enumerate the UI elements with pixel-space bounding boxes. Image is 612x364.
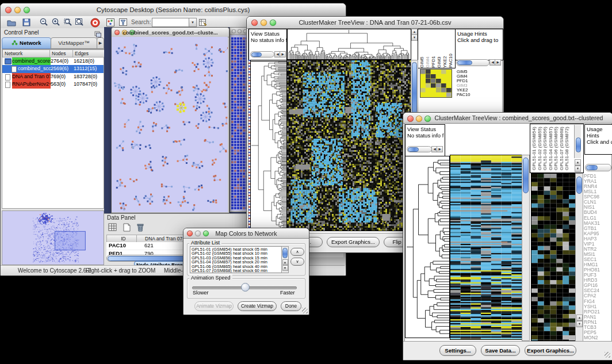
network-name: RNAPuberNov2+ xyxy=(12,81,51,88)
detail-hscrollbar[interactable] xyxy=(456,59,489,66)
animate-vizmap-button[interactable]: Animate Vizmap xyxy=(194,301,234,311)
row-dendrogram-canvas[interactable] xyxy=(405,156,450,338)
speed-slider-thumb[interactable] xyxy=(241,283,250,292)
network-list-row[interactable]: RNAPuberNov2+ 563(0) 107847(0) xyxy=(2,81,104,88)
network-list-row[interactable]: DNA and Tran 07 769(0) 183728(0) xyxy=(2,73,104,81)
zoom-out-icon[interactable] xyxy=(39,17,49,28)
scroll-up-arrow[interactable]: ▲ xyxy=(575,159,581,166)
scroll-right-arrow[interactable]: ▶ xyxy=(495,59,501,66)
annotation-icon[interactable] xyxy=(105,17,116,28)
treeview2-title: ClusterMaker TreeView : combined_scores_… xyxy=(425,114,612,121)
scroll-up-arrow[interactable]: ▲ xyxy=(282,259,288,265)
minimize-button[interactable] xyxy=(416,116,422,122)
save-data-button[interactable]: Save Data... xyxy=(481,345,520,356)
network-frame-1[interactable]: combined_scores_good.txt--cluste... xyxy=(111,27,230,213)
network-list-row[interactable]: combined_sco 2569(6) 13112(15) xyxy=(2,65,104,72)
close-button[interactable] xyxy=(232,29,236,33)
delete-attribute-icon[interactable] xyxy=(135,222,146,232)
column-label: GPL51-04 (GSM857) xyxy=(548,125,553,170)
export-graphics-button[interactable]: Export Graphics... xyxy=(327,237,380,247)
data-column-id[interactable]: ID xyxy=(106,235,139,243)
scrollbar-thumb[interactable] xyxy=(408,147,419,152)
view-status-hscrollbar[interactable] xyxy=(407,146,432,152)
scroll-down-arrow[interactable]: ▼ xyxy=(575,166,581,172)
minimize-button[interactable] xyxy=(238,29,242,33)
more-tabs-button[interactable]: ▶ xyxy=(97,37,104,49)
scroll-down-arrow[interactable]: ▼ xyxy=(411,35,418,41)
view-status-title: View Status xyxy=(251,30,287,37)
scroll-down-arrow[interactable]: ▼ xyxy=(282,265,288,271)
attribute-list[interactable]: GPL51-01 (GSM854) heat shock 05 minGPL51… xyxy=(190,246,283,273)
network-overview-canvas[interactable] xyxy=(2,210,104,265)
detail-vscrollbar[interactable]: ▲ ▼ xyxy=(575,173,583,342)
detail-column-labels: GIM5GIM4PFD1GIM3YKE2PAC10 xyxy=(418,29,456,68)
status-welcome: Welcome to Cytoscape 2.6.2 xyxy=(18,267,91,274)
row-dendrogram-canvas[interactable] xyxy=(250,60,287,231)
network-name: combined_sco xyxy=(18,65,51,72)
cytoscape-titlebar[interactable]: Cytoscape Desktop (Session Name: collins… xyxy=(1,3,346,17)
zoom-fit-icon[interactable] xyxy=(74,17,85,28)
dialog-titlebar[interactable]: Map Colors to Network xyxy=(183,228,309,239)
detail-heatmap-canvas[interactable] xyxy=(531,173,576,341)
open-session-icon[interactable] xyxy=(6,17,17,28)
attribute-browser-icon[interactable] xyxy=(198,17,208,28)
column-dendrogram-canvas[interactable] xyxy=(286,29,411,60)
filter-icon[interactable] xyxy=(118,17,128,28)
scrollbar-thumb[interactable] xyxy=(412,62,417,114)
close-button[interactable] xyxy=(407,116,414,122)
zoom-selected-icon[interactable] xyxy=(63,17,73,28)
scrollbar-thumb[interactable] xyxy=(457,60,472,65)
help-lifering-icon[interactable] xyxy=(90,17,100,28)
heatmap-canvas[interactable] xyxy=(450,155,522,340)
tab-network[interactable]: Network xyxy=(2,37,51,49)
scroll-right-arrow[interactable]: ▶ xyxy=(437,146,443,152)
scrollbar-thumb[interactable] xyxy=(576,137,581,152)
detail-column-label: PFD1 xyxy=(431,29,436,68)
network-frame-1-titlebar[interactable]: combined_scores_good.txt--cluste... xyxy=(112,28,229,37)
move-up-button[interactable]: ∧ xyxy=(290,248,304,256)
map-colors-dialog: Map Colors to Network Attribute List GPL… xyxy=(183,228,309,315)
network-view-canvas[interactable] xyxy=(112,37,228,212)
attribute-list-item[interactable]: GPL51-07 (GSM868) heat shock 60 min xyxy=(192,269,282,273)
scrollbar-thumb[interactable] xyxy=(586,165,598,170)
attribute-list-vscrollbar[interactable]: ▲ ▼ xyxy=(281,246,289,273)
detail-heatmap-canvas[interactable] xyxy=(420,69,452,98)
scrollbar-thumb[interactable] xyxy=(251,52,262,57)
usage-hints-hscrollbar[interactable] xyxy=(585,164,611,171)
view-status-hscrollbar[interactable] xyxy=(250,51,274,58)
treeview1-titlebar[interactable]: ClusterMaker TreeView : DNA and Tran 07-… xyxy=(247,17,503,29)
column-labels-vscrollbar[interactable] xyxy=(574,125,581,158)
scrollbar-thumb[interactable] xyxy=(576,177,582,194)
usage-hints-panel: Usage Hints Click and drag to xyxy=(455,29,503,60)
column-header-nodes[interactable]: Nodes xyxy=(49,49,75,58)
treeview2-titlebar[interactable]: ClusterMaker TreeView : combined_scores_… xyxy=(403,113,612,124)
move-down-button[interactable]: ∨ xyxy=(290,258,304,266)
create-vizmap-button[interactable]: Create Vizmap xyxy=(238,301,277,311)
column-header-network[interactable]: Network xyxy=(2,49,52,58)
attribute-table-icon[interactable] xyxy=(108,222,118,232)
heatmap-canvas[interactable] xyxy=(286,60,411,231)
network-list-row[interactable]: combined_scores 2764(0) 16218(0) xyxy=(2,58,104,65)
save-session-icon[interactable] xyxy=(21,17,32,28)
scroll-right-arrow[interactable]: ▶ xyxy=(280,51,286,58)
search-dropdown-arrow[interactable]: ▼ xyxy=(189,18,197,27)
column-labels: GPL51-01 (GSM854)GPL51-02 (GSM855)GPL51-… xyxy=(531,125,569,170)
resize-grip[interactable] xyxy=(302,308,308,313)
zoom-in-icon[interactable] xyxy=(51,17,61,28)
folder-icon xyxy=(5,59,12,64)
done-button[interactable]: Done xyxy=(281,301,301,311)
search-input[interactable] xyxy=(152,18,191,27)
heatmap-vscrollbar[interactable] xyxy=(522,155,530,341)
export-graphics-button[interactable]: Export Graphics... xyxy=(525,345,576,356)
scrollbar-thumb[interactable] xyxy=(523,158,529,193)
gene-list[interactable]: PFD1YRA1RNR4MSL1SPC98CLN1NIS1BUD4ELG1MAK… xyxy=(584,174,611,340)
gene-label[interactable]: MON2 xyxy=(584,335,611,340)
scrollbar-thumb[interactable] xyxy=(282,248,288,258)
scroll-up-arrow[interactable]: ▲ xyxy=(576,315,583,321)
new-attribute-icon[interactable] xyxy=(121,222,132,232)
settings-button[interactable]: Settings... xyxy=(439,345,476,356)
scroll-down-arrow[interactable]: ▼ xyxy=(576,321,583,327)
resize-grip[interactable] xyxy=(605,352,610,358)
column-header-edges[interactable]: Edges xyxy=(72,49,105,58)
tab-vizmapper[interactable]: VizMapper™ xyxy=(51,37,97,49)
